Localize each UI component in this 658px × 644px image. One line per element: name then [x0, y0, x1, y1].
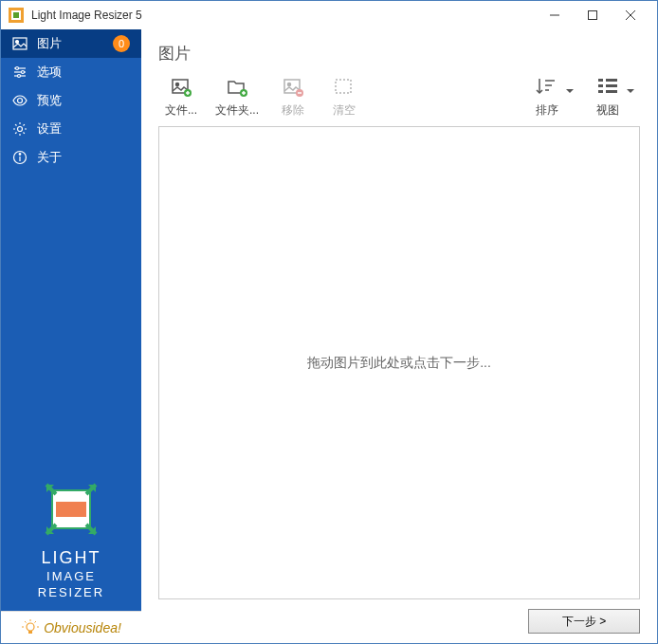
info-icon	[12, 150, 27, 165]
svg-point-26	[27, 623, 34, 631]
close-button[interactable]	[612, 2, 649, 28]
sort-button[interactable]: 排序	[530, 76, 564, 119]
sidebar: 图片 0 选项 预览 设置 关于 LIGHT IMAGE RESI	[1, 29, 141, 643]
svg-rect-52	[598, 84, 603, 87]
svg-line-31	[35, 621, 37, 623]
logo-graphic	[45, 483, 98, 536]
sidebar-item-preview[interactable]: 预览	[1, 86, 141, 115]
add-folder-icon	[226, 76, 248, 99]
svg-rect-45	[336, 80, 351, 93]
svg-point-15	[18, 99, 23, 103]
vendor-link[interactable]: Obviousidea!	[1, 611, 141, 643]
drop-zone-placeholder: 拖动图片到此处或点击下一步...	[307, 355, 491, 372]
add-file-icon	[170, 76, 192, 99]
sort-icon	[536, 76, 558, 99]
logo-text: LIGHT IMAGE RESIZER	[10, 547, 132, 601]
sidebar-item-label: 关于	[37, 149, 130, 166]
add-folder-button[interactable]: 文件夹...	[215, 76, 259, 119]
page-title: 图片	[158, 43, 640, 64]
svg-rect-2	[13, 12, 19, 18]
minimize-button[interactable]	[536, 2, 574, 28]
titlebar: Light Image Resizer 5	[1, 1, 657, 29]
maximize-button[interactable]	[574, 2, 612, 28]
svg-rect-54	[606, 79, 617, 82]
sidebar-item-settings[interactable]: 设置	[1, 115, 141, 143]
sidebar-item-label: 预览	[37, 92, 130, 109]
svg-rect-21	[56, 502, 86, 517]
svg-point-14	[18, 75, 21, 78]
svg-point-13	[22, 71, 25, 74]
svg-point-12	[16, 67, 19, 70]
sliders-icon	[12, 64, 27, 80]
image-icon	[12, 36, 27, 51]
svg-point-16	[18, 127, 23, 132]
sidebar-item-label: 设置	[37, 120, 130, 138]
svg-rect-51	[598, 79, 603, 82]
drop-zone[interactable]: 拖动图片到此处或点击下一步...	[158, 126, 640, 599]
svg-point-19	[19, 154, 21, 156]
sidebar-item-images[interactable]: 图片 0	[1, 29, 141, 58]
view-icon	[596, 76, 619, 99]
window-title: Light Image Resizer 5	[31, 9, 536, 22]
app-icon	[9, 8, 24, 23]
clear-button: 清空	[327, 76, 361, 119]
svg-rect-7	[13, 38, 27, 49]
sidebar-item-options[interactable]: 选项	[1, 58, 141, 86]
eye-icon	[12, 93, 27, 108]
svg-rect-53	[598, 90, 603, 93]
svg-rect-56	[606, 90, 617, 93]
main-panel: 图片 文件... 文件夹... 移除 清空 排序	[141, 29, 657, 643]
vendor-label: Obviousidea!	[44, 620, 121, 635]
toolbar: 文件... 文件夹... 移除 清空 排序	[158, 76, 640, 119]
svg-rect-55	[606, 84, 617, 87]
clear-icon	[333, 76, 356, 99]
lightbulb-icon	[21, 618, 40, 637]
svg-rect-32	[28, 631, 32, 634]
svg-marker-57	[627, 89, 634, 93]
remove-icon	[282, 76, 304, 99]
add-file-button[interactable]: 文件...	[164, 76, 198, 119]
chevron-down-icon[interactable]	[566, 82, 574, 99]
remove-button: 移除	[276, 76, 310, 119]
svg-rect-4	[589, 11, 597, 20]
sidebar-item-label: 选项	[37, 64, 130, 81]
svg-line-30	[25, 621, 27, 623]
app-logo: LIGHT IMAGE RESIZER	[1, 473, 141, 611]
view-button[interactable]: 视图	[591, 76, 625, 119]
svg-point-34	[176, 83, 179, 86]
svg-point-42	[288, 83, 291, 86]
image-count-badge: 0	[113, 35, 130, 52]
gear-icon	[12, 121, 27, 137]
next-button[interactable]: 下一步 >	[528, 609, 640, 634]
chevron-down-icon[interactable]	[627, 82, 634, 99]
sidebar-item-label: 图片	[37, 35, 103, 52]
sidebar-item-about[interactable]: 关于	[1, 143, 141, 172]
svg-marker-50	[566, 89, 574, 93]
svg-point-8	[16, 41, 19, 44]
